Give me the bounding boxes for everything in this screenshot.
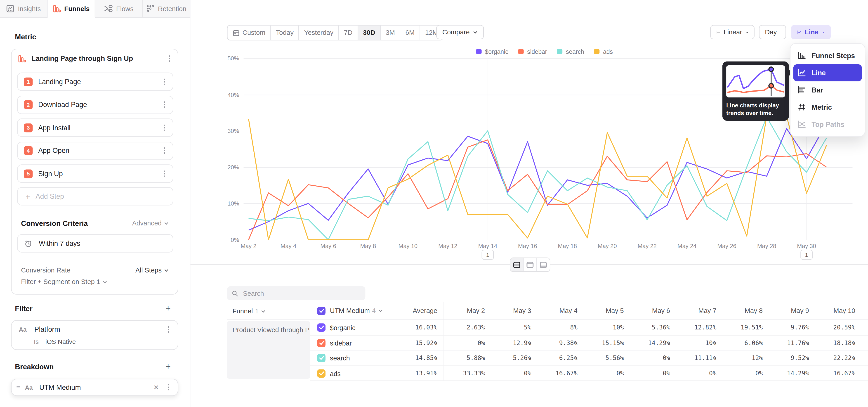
- advanced-toggle[interactable]: Advanced: [132, 219, 169, 227]
- average-column-header: Average: [399, 307, 437, 315]
- legend-swatch: [476, 49, 482, 54]
- breakdown-kebab-icon[interactable]: [164, 383, 172, 392]
- step-kebab-icon[interactable]: [160, 100, 168, 109]
- menu-item-line[interactable]: Line: [793, 64, 862, 82]
- filter-card[interactable]: Aa Platform Is iOS Native: [11, 320, 178, 350]
- funnel-step-1[interactable]: 1Landing Page: [17, 72, 174, 91]
- scale-dropdown[interactable]: Linear: [710, 25, 754, 39]
- step-kebab-icon[interactable]: [160, 169, 168, 178]
- linear-axis-icon: [716, 29, 720, 35]
- range-7d[interactable]: 7D: [339, 26, 358, 40]
- funnel-step-3[interactable]: 3App Install: [17, 119, 174, 137]
- annotation-badge[interactable]: 1: [482, 250, 494, 259]
- funnel-kebab-icon[interactable]: [165, 54, 173, 63]
- search-input[interactable]: [242, 289, 360, 298]
- x-tick-label: May 24: [677, 243, 696, 249]
- conversion-rate-label: Conversion Rate: [21, 267, 135, 274]
- series-checkbox[interactable]: [317, 354, 326, 362]
- range-6m[interactable]: 6M: [400, 26, 420, 40]
- day-column-header: May 7: [678, 307, 716, 315]
- tab-insights[interactable]: Insights: [0, 0, 48, 18]
- average-value: 15.92%: [394, 339, 437, 346]
- granularity-dropdown[interactable]: Day: [759, 25, 786, 39]
- add-step-label: Add Step: [35, 192, 173, 200]
- range-30d[interactable]: 30D: [358, 26, 381, 40]
- plus-icon: +: [26, 192, 30, 201]
- menu-item-bar[interactable]: Bar: [790, 82, 865, 99]
- step-kebab-icon[interactable]: [160, 146, 168, 155]
- funnel-step-5[interactable]: 5Sign Up: [17, 164, 174, 183]
- step-kebab-icon[interactable]: [160, 123, 168, 132]
- conversion-rate-steps-dropdown[interactable]: All Steps: [135, 267, 169, 274]
- annotation-badge[interactable]: 1: [800, 250, 813, 259]
- range-today[interactable]: Today: [271, 26, 299, 40]
- day-value: 5%: [488, 324, 531, 331]
- sidebar: InsightsFunnelsFlowsRetention Metric Lan…: [0, 0, 190, 407]
- day-value: 0%: [488, 370, 531, 377]
- tab-funnels[interactable]: Funnels: [48, 0, 95, 18]
- menu-item-funnel-steps[interactable]: Funnel Steps: [790, 47, 865, 64]
- breakdown-card[interactable]: Aa UTM Medium ✕: [11, 379, 178, 396]
- range-3m[interactable]: 3M: [381, 26, 400, 40]
- flows-icon: [104, 4, 113, 13]
- legend-item-search[interactable]: search: [557, 48, 584, 55]
- day-value: 14.29%: [766, 370, 809, 377]
- chart-type-menu: Funnel StepsLineBarMetricTop Paths: [790, 43, 865, 137]
- chevron-down-icon: [745, 30, 748, 35]
- chart-type-dropdown[interactable]: Line: [791, 25, 831, 39]
- split-rows-layout-icon[interactable]: [510, 258, 524, 271]
- filter-kebab-icon[interactable]: [164, 325, 172, 334]
- legend-item-organic[interactable]: $organic: [476, 48, 508, 55]
- x-tick-label: May 16: [518, 243, 537, 249]
- day-value: 9.38%: [534, 339, 578, 346]
- day-value: 0%: [673, 370, 716, 377]
- filter-section-title: Filter: [15, 305, 33, 313]
- add-breakdown-button[interactable]: +: [165, 362, 170, 371]
- add-filter-button[interactable]: +: [165, 304, 170, 313]
- compare-button[interactable]: Compare: [436, 25, 484, 39]
- breakdown-property: UTM Medium: [39, 383, 153, 391]
- funnel-group-cell: Product Viewed through P…: [227, 321, 310, 379]
- chevron-down-icon: [102, 279, 107, 284]
- breakdown-column-header[interactable]: UTM Medium 4: [317, 306, 383, 316]
- step-number-badge: 1: [24, 77, 33, 86]
- select-all-checkbox[interactable]: [317, 307, 326, 315]
- close-icon[interactable]: ✕: [153, 383, 159, 391]
- table-search[interactable]: [227, 286, 365, 300]
- funnel-step-2[interactable]: 2Download Page: [17, 95, 174, 114]
- step-label: App Install: [38, 124, 160, 131]
- legend-item-ads[interactable]: ads: [594, 48, 613, 55]
- day-value: 5.88%: [442, 354, 485, 362]
- menu-item-metric[interactable]: Metric: [790, 99, 865, 116]
- top-bar-layout-icon[interactable]: [524, 258, 537, 271]
- series-line-search[interactable]: [249, 117, 827, 240]
- main-content: CustomTodayYesterday7D30D3M6M12M Compare…: [190, 0, 868, 407]
- x-tick-label: May 14: [478, 243, 497, 249]
- tab-retention[interactable]: Retention: [143, 0, 191, 18]
- string-type-icon: Aa: [19, 326, 26, 333]
- add-step-button[interactable]: + Add Step: [17, 187, 174, 206]
- series-name: sidebar: [330, 339, 352, 347]
- series-checkbox[interactable]: [317, 323, 326, 332]
- step-label: App Open: [38, 147, 160, 154]
- series-checkbox[interactable]: [317, 369, 326, 377]
- funnel-metric-icon: [18, 55, 26, 62]
- filter-segment-toggle[interactable]: Filter + Segment on Step 1: [21, 278, 100, 286]
- day-value: 15.15%: [581, 339, 624, 346]
- tab-flows[interactable]: Flows: [95, 0, 143, 18]
- day-value: 12%: [719, 354, 763, 362]
- drag-handle-icon[interactable]: [16, 385, 21, 389]
- funnel-step-4[interactable]: 4App Open: [17, 142, 174, 160]
- legend-item-sidebar[interactable]: sidebar: [518, 48, 547, 55]
- menu-item-top-paths: Top Paths: [790, 116, 865, 133]
- conversion-window-row[interactable]: Within 7 days: [17, 234, 174, 253]
- funnel-column-header[interactable]: Funnel 1: [232, 307, 266, 316]
- funnel-steps-icon: [797, 52, 806, 60]
- series-checkbox[interactable]: [317, 339, 326, 347]
- series-line-ads[interactable]: [249, 116, 827, 240]
- series-line-organic[interactable]: [249, 123, 827, 230]
- range-custom[interactable]: Custom: [228, 26, 271, 40]
- step-kebab-icon[interactable]: [160, 77, 168, 86]
- bottom-bar-layout-icon[interactable]: [537, 258, 550, 271]
- range-yesterday[interactable]: Yesterday: [299, 26, 339, 40]
